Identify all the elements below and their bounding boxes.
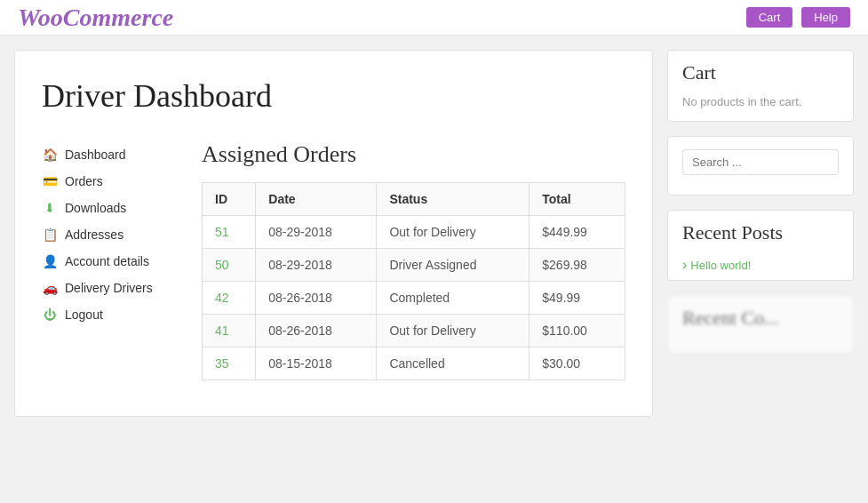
- cart-widget-title: Cart: [668, 51, 853, 90]
- nav-link-account[interactable]: Account details: [65, 254, 149, 268]
- orders-table-head: ID Date Status Total: [203, 183, 625, 216]
- content-area: 🏠 Dashboard 💳 Orders ⬇ Downloads 📋: [42, 141, 625, 380]
- logout-icon: ⏻: [42, 307, 58, 323]
- help-button[interactable]: Help: [801, 7, 850, 28]
- order-id-link[interactable]: 42: [215, 291, 229, 305]
- col-date: Date: [256, 183, 377, 216]
- page-title: Driver Dashboard: [42, 77, 625, 115]
- search-widget: [667, 136, 854, 196]
- order-status-cell: Out for Delivery: [377, 315, 530, 347]
- nav-link-addresses[interactable]: Addresses: [65, 228, 123, 242]
- order-status-cell: Out for Delivery: [377, 216, 530, 249]
- order-date-cell: 08-29-2018: [256, 249, 377, 282]
- main-panel: Driver Dashboard 🏠 Dashboard 💳 Orders: [14, 50, 653, 417]
- order-date-cell: 08-15-2018: [256, 347, 377, 380]
- nav-item-dashboard[interactable]: 🏠 Dashboard: [42, 141, 184, 168]
- order-date-cell: 08-26-2018: [256, 315, 377, 347]
- top-bar: WooCommerce Cart Help: [0, 0, 868, 36]
- order-id-cell: 35: [203, 347, 256, 380]
- orders-table-body: 5108-29-2018Out for Delivery$449.995008-…: [203, 216, 625, 380]
- order-id-cell: 41: [203, 315, 256, 347]
- blurred-widget: Recent Co...: [667, 295, 854, 354]
- order-id-link[interactable]: 41: [215, 323, 229, 338]
- nav-link-orders[interactable]: Orders: [65, 174, 103, 188]
- order-total-cell: $449.99: [530, 216, 625, 249]
- recent-posts-widget: Recent Posts Hello world!: [667, 210, 854, 281]
- order-status-cell: Cancelled: [377, 347, 530, 380]
- body-area: Driver Dashboard 🏠 Dashboard 💳 Orders: [0, 36, 868, 417]
- orders-icon: 💳: [42, 173, 58, 189]
- nav-item-drivers[interactable]: 🚗 Delivery Drivers: [42, 275, 184, 301]
- orders-title: Assigned Orders: [202, 141, 625, 168]
- search-widget-content: [668, 137, 853, 195]
- order-total-cell: $49.99: [530, 282, 625, 315]
- nav-item-addresses[interactable]: 📋 Addresses: [42, 221, 184, 248]
- recent-posts-title: Recent Posts: [668, 211, 853, 250]
- order-status-cell: Driver Assigned: [377, 249, 530, 282]
- orders-header-row: ID Date Status Total: [203, 183, 625, 216]
- order-status-cell: Completed: [377, 282, 530, 315]
- col-status: Status: [377, 183, 530, 216]
- order-id-cell: 51: [203, 216, 256, 249]
- sidebar-nav: 🏠 Dashboard 💳 Orders ⬇ Downloads 📋: [42, 141, 184, 380]
- nav-item-downloads[interactable]: ⬇ Downloads: [42, 195, 184, 221]
- order-id-cell: 50: [203, 249, 256, 282]
- page-wrapper: WooCommerce Cart Help Driver Dashboard 🏠…: [0, 0, 868, 503]
- table-row: 4208-26-2018Completed$49.99: [203, 282, 625, 315]
- order-total-cell: $30.00: [530, 347, 625, 380]
- recent-post-link[interactable]: Hello world!: [668, 250, 853, 280]
- home-icon: 🏠: [42, 147, 58, 163]
- order-id-link[interactable]: 50: [215, 258, 229, 272]
- nav-item-orders[interactable]: 💳 Orders: [42, 168, 184, 195]
- nav-link-dashboard[interactable]: Dashboard: [65, 148, 126, 162]
- order-total-cell: $110.00: [530, 315, 625, 347]
- table-row: 5108-29-2018Out for Delivery$449.99: [203, 216, 625, 249]
- table-row: 5008-29-2018Driver Assigned$269.98: [203, 249, 625, 282]
- cart-widget: Cart No products in the cart.: [667, 50, 854, 122]
- col-id: ID: [203, 183, 256, 216]
- right-sidebar: Cart No products in the cart. Recent Pos…: [667, 50, 854, 417]
- orders-section: Assigned Orders ID Date Status Total 510…: [202, 141, 625, 380]
- order-id-link[interactable]: 51: [215, 225, 229, 239]
- nav-link-downloads[interactable]: Downloads: [65, 201, 126, 215]
- cart-button[interactable]: Cart: [746, 7, 793, 28]
- nav-link-drivers[interactable]: Delivery Drivers: [65, 281, 153, 295]
- order-id-link[interactable]: 35: [215, 356, 229, 371]
- downloads-icon: ⬇: [42, 200, 58, 216]
- order-date-cell: 08-26-2018: [256, 282, 377, 315]
- order-id-cell: 42: [203, 282, 256, 315]
- top-bar-right: Cart Help: [746, 7, 850, 28]
- nav-item-account[interactable]: 👤 Account details: [42, 248, 184, 275]
- cart-widget-content: No products in the cart.: [668, 90, 853, 121]
- blurred-widget-title: Recent Co...: [668, 296, 853, 335]
- blurred-widget-content: [668, 335, 853, 353]
- orders-table: ID Date Status Total 5108-29-2018Out for…: [202, 182, 625, 380]
- order-date-cell: 08-29-2018: [256, 216, 377, 249]
- table-row: 3508-15-2018Cancelled$30.00: [203, 347, 625, 380]
- order-total-cell: $269.98: [530, 249, 625, 282]
- logo: WooCommerce: [18, 4, 173, 32]
- account-icon: 👤: [42, 253, 58, 269]
- table-row: 4108-26-2018Out for Delivery$110.00: [203, 315, 625, 347]
- col-total: Total: [530, 183, 625, 216]
- search-input[interactable]: [682, 149, 839, 175]
- addresses-icon: 📋: [42, 227, 58, 243]
- drivers-icon: 🚗: [42, 280, 58, 296]
- nav-menu: 🏠 Dashboard 💳 Orders ⬇ Downloads 📋: [42, 141, 184, 328]
- nav-item-logout[interactable]: ⏻ Logout: [42, 301, 184, 328]
- nav-link-logout[interactable]: Logout: [65, 307, 103, 322]
